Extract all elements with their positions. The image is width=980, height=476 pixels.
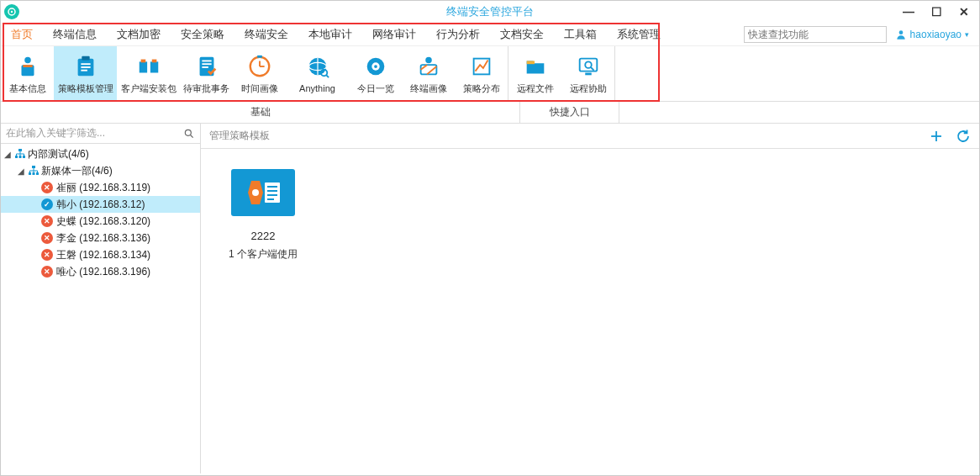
org-icon <box>28 166 40 176</box>
ribbon-termimg[interactable]: 终端画像 <box>402 46 455 101</box>
ribbon-anything[interactable]: Anything <box>286 46 349 101</box>
tree-group[interactable]: ◢新媒体一部(4/6) <box>1 162 200 179</box>
maximize-button[interactable]: ☐ <box>931 6 942 18</box>
template-name: 2222 <box>221 230 305 242</box>
tree-client-4[interactable]: ✕王磐 (192.168.3.134) <box>1 246 200 263</box>
ribbon-today[interactable]: 今日一览 <box>349 46 402 101</box>
ribbon-group-basic: 基本信息策略模板管理客户端安装包待审批事务时间画像Anything今日一览终端画… <box>1 46 508 101</box>
svg-point-39 <box>585 61 592 68</box>
content-area: 管理策略模板 <box>201 124 979 473</box>
main-tabs-row: 首页终端信息文档加密安全策略终端安全本地审计网络审计行为分析文档安全工具箱系统管… <box>1 23 979 46</box>
main-tabs: 首页终端信息文档加密安全策略终端安全本地审计网络审计行为分析文档安全工具箱系统管… <box>1 23 671 45</box>
main-tab-1[interactable]: 终端信息 <box>43 23 107 45</box>
svg-rect-17 <box>202 63 211 65</box>
main-tab-8[interactable]: 文档安全 <box>490 23 554 45</box>
org-tree: ◢内部测试(4/6)◢新媒体一部(4/6)✕崔丽 (192.168.3.119)… <box>1 144 200 473</box>
tree-client-5[interactable]: ✕唯心 (192.168.3.196) <box>1 263 200 280</box>
add-icon[interactable] <box>929 129 944 144</box>
tree-client-0[interactable]: ✕崔丽 (192.168.3.119) <box>1 179 200 196</box>
main-tab-10[interactable]: 系统管理 <box>607 23 671 45</box>
status-err-icon: ✕ <box>41 215 53 227</box>
svg-point-1 <box>11 11 13 13</box>
svg-line-34 <box>427 66 436 74</box>
dist-icon <box>469 51 494 82</box>
ribbon-policy[interactable]: 策略模板管理 <box>54 46 117 101</box>
user-name: haoxiaoyao <box>910 29 962 40</box>
sidebar-search[interactable]: 在此输入关键字筛选... <box>1 124 200 144</box>
ribbon-group-quick: 远程文件远程协助 <box>508 46 615 101</box>
ribbon-timeimg[interactable]: 时间画像 <box>233 46 286 101</box>
main-tab-5[interactable]: 本地审计 <box>298 23 362 45</box>
svg-rect-7 <box>82 56 89 61</box>
content-header: 管理策略模板 <box>201 124 979 149</box>
status-err-icon: ✕ <box>41 232 53 244</box>
header-right: haoxiaoyao ▾ <box>744 23 979 45</box>
status-ok-icon: ✓ <box>41 198 53 210</box>
svg-line-42 <box>191 135 193 137</box>
main-tab-0[interactable]: 首页 <box>1 23 43 45</box>
template-usage: 1 个客户端使用 <box>221 247 305 262</box>
sidebar-search-placeholder: 在此输入关键字筛选... <box>6 126 183 140</box>
template-icon <box>231 169 295 216</box>
ribbon-section-labels: 基础 快捷入口 <box>1 102 979 124</box>
svg-rect-36 <box>526 61 534 64</box>
status-err-icon: ✕ <box>41 266 53 278</box>
tree-client-1[interactable]: ✓韩小 (192.168.3.12) <box>1 196 200 213</box>
svg-rect-13 <box>140 60 145 63</box>
search-icon <box>183 128 195 140</box>
app-window: 终端安全管控平台 — ☐ ✕ 首页终端信息文档加密安全策略终端安全本地审计网络审… <box>0 0 980 476</box>
svg-rect-3 <box>24 57 31 64</box>
expand-icon: ◢ <box>18 167 28 176</box>
section-basic-label: 基础 <box>1 102 520 123</box>
tree-client-2[interactable]: ✕史蝶 (192.168.3.120) <box>1 213 200 230</box>
svg-rect-12 <box>150 61 157 72</box>
main-tab-7[interactable]: 行为分析 <box>426 23 490 45</box>
refresh-icon[interactable] <box>956 129 971 144</box>
tree-client-3[interactable]: ✕李金 (192.168.3.136) <box>1 230 200 246</box>
ribbon-basic[interactable]: 基本信息 <box>1 46 54 101</box>
svg-rect-22 <box>257 56 262 58</box>
main-tab-2[interactable]: 文档加密 <box>107 23 171 45</box>
titlebar: 终端安全管控平台 — ☐ ✕ <box>1 1 979 23</box>
anything-icon <box>305 51 330 82</box>
tree-root[interactable]: ◢内部测试(4/6) <box>1 145 200 162</box>
main-tab-6[interactable]: 网络审计 <box>362 23 426 45</box>
window-controls: — ☐ ✕ <box>903 6 979 18</box>
ribbon-approval[interactable]: 待审批事务 <box>180 46 233 101</box>
search-input[interactable] <box>744 26 887 43</box>
ribbon-remoteassist[interactable]: 远程协助 <box>561 46 614 101</box>
svg-rect-44 <box>15 156 18 158</box>
content-body: 2222 1 个客户端使用 <box>201 149 979 473</box>
ribbon-remotefile[interactable]: 远程文件 <box>508 46 561 101</box>
svg-point-30 <box>374 65 377 68</box>
minimize-button[interactable]: — <box>903 6 914 18</box>
template-item[interactable]: 2222 1 个客户端使用 <box>221 169 305 262</box>
main-tab-3[interactable]: 安全策略 <box>171 23 234 45</box>
basic-icon <box>15 51 40 82</box>
main-tab-4[interactable]: 终端安全 <box>234 23 298 45</box>
svg-rect-53 <box>29 172 31 175</box>
main-tab-9[interactable]: 工具箱 <box>554 23 607 45</box>
chevron-down-icon: ▾ <box>965 30 969 39</box>
svg-point-2 <box>898 30 903 34</box>
sidebar: 在此输入关键字筛选... ◢内部测试(4/6)◢新媒体一部(4/6)✕崔丽 (1… <box>1 124 201 473</box>
svg-rect-8 <box>81 63 90 65</box>
user-icon <box>895 29 907 40</box>
svg-rect-55 <box>36 172 39 175</box>
termimg-icon <box>416 51 441 82</box>
svg-line-27 <box>326 75 329 77</box>
ribbon-dist[interactable]: 策略分布 <box>455 46 508 101</box>
svg-point-41 <box>185 130 191 135</box>
content-actions <box>929 129 971 144</box>
close-button[interactable]: ✕ <box>959 6 969 18</box>
svg-point-63 <box>252 189 259 196</box>
body: 在此输入关键字筛选... ◢内部测试(4/6)◢新媒体一部(4/6)✕崔丽 (1… <box>1 124 979 473</box>
svg-rect-11 <box>139 61 146 72</box>
today-icon <box>363 51 388 82</box>
svg-rect-9 <box>81 66 90 68</box>
ribbon-installer[interactable]: 客户端安装包 <box>117 46 180 101</box>
svg-rect-38 <box>585 73 592 76</box>
svg-rect-18 <box>202 66 208 68</box>
user-menu[interactable]: haoxiaoyao ▾ <box>895 29 969 40</box>
svg-rect-45 <box>19 156 22 158</box>
